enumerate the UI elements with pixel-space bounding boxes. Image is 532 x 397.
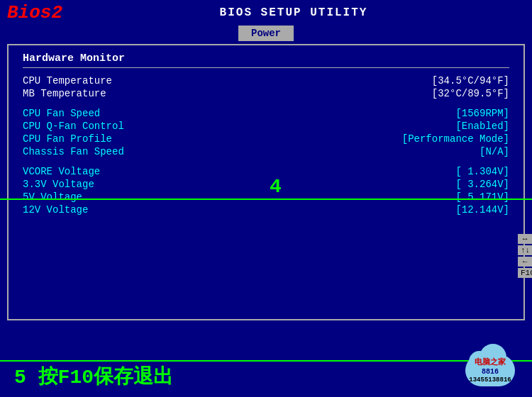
v33-label: 3.3V Voltage <box>23 179 207 190</box>
vcore-label: VCORE Voltage <box>23 166 207 177</box>
section-divider <box>23 67 509 68</box>
bottom-area: 5 按F10保存退出 <box>0 363 532 390</box>
v5-value: [ 5.171V] <box>455 191 509 203</box>
cpu-fan-speed-value: [1569RPM] <box>455 108 509 119</box>
green-line-top <box>0 198 532 200</box>
badge-site: 电脑之家 <box>462 357 519 367</box>
cpu-temperature-row: CPU Temperature [34.5°C/94°F] <box>23 75 509 86</box>
nav-arrow-f10: F10 <box>518 268 532 278</box>
cpu-qfan-row[interactable]: CPU Q-Fan Control [Enabled] <box>23 121 509 132</box>
section-title: Hardware Monitor <box>23 52 509 65</box>
cpu-fan-profile-row[interactable]: CPU Fan Profile [Performance Mode] <box>23 133 509 145</box>
nav-arrow-lr: ↔ <box>518 234 532 244</box>
mb-temperature-label: MB Temperature <box>23 88 207 99</box>
tab-bar: Power <box>0 26 532 41</box>
v5-label: 5V Voltage <box>23 191 207 203</box>
nav-arrow-ud: ↑↓ <box>518 245 532 255</box>
chassis-fan-row: Chassis Fan Speed [N/A] <box>23 146 509 157</box>
right-nav: ↔ ↑↓ ← F10 <box>518 234 532 278</box>
cloud-shape: 电脑之家 8816 13455138816 <box>462 344 519 386</box>
v33-value: [ 3.264V] <box>455 179 509 190</box>
tab-power[interactable]: Power <box>238 26 294 41</box>
v5-row: 5V Voltage [ 5.171V] <box>23 191 509 203</box>
chassis-fan-value: [N/A] <box>480 146 509 157</box>
bios-title: BIOS SETUP UTILITY <box>62 6 525 19</box>
cpu-fan-profile-value: [Performance Mode] <box>402 133 509 145</box>
vcore-row: VCORE Voltage [ 1.304V] <box>23 166 509 177</box>
green-line-bottom <box>0 360 532 362</box>
annotation-4: 4 <box>270 176 282 198</box>
v12-row: 12V Voltage [12.144V] <box>23 204 509 216</box>
cloud-text: 电脑之家 8816 13455138816 <box>462 357 519 386</box>
v12-label: 12V Voltage <box>23 204 207 216</box>
v33-row: 3.3V Voltage [ 3.264V] <box>23 179 509 190</box>
chassis-fan-label: Chassis Fan Speed <box>23 146 207 157</box>
bios2-logo: Bios2 <box>7 2 62 23</box>
top-bar: Bios2 BIOS SETUP UTILITY <box>0 0 532 26</box>
main-content: Hardware Monitor CPU Temperature [34.5°C… <box>7 44 525 320</box>
cloud-badge: 电脑之家 8816 13455138816 <box>458 338 522 391</box>
badge-phone: 13455138816 <box>462 376 519 385</box>
v12-value: [12.144V] <box>455 204 509 216</box>
nav-arrow-left: ← <box>518 257 532 267</box>
cpu-qfan-value: [Enabled] <box>455 121 509 132</box>
cpu-fan-profile-label: CPU Fan Profile <box>23 133 207 145</box>
cpu-fan-speed-label: CPU Fan Speed <box>23 108 207 119</box>
cpu-fan-speed-row: CPU Fan Speed [1569RPM] <box>23 108 509 119</box>
cpu-temperature-label: CPU Temperature <box>23 75 207 86</box>
annotation-5: 5 按F10保存退出 <box>14 363 173 390</box>
badge-number: 8816 <box>482 368 499 376</box>
cpu-temperature-value: [34.5°C/94°F] <box>432 75 509 86</box>
cpu-qfan-label: CPU Q-Fan Control <box>23 121 207 132</box>
mb-temperature-row: MB Temperature [32°C/89.5°F] <box>23 88 509 99</box>
mb-temperature-value: [32°C/89.5°F] <box>432 88 509 99</box>
vcore-value: [ 1.304V] <box>455 166 509 177</box>
